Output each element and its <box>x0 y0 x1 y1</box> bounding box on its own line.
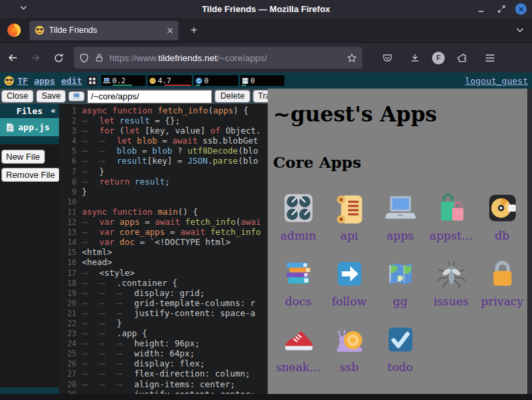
minimize-button[interactable] <box>475 3 487 15</box>
tab-whitespace-icon: ⟶ <box>82 368 99 379</box>
line-number: 22 <box>59 319 76 329</box>
path-input[interactable] <box>87 90 212 103</box>
app-item-issues[interactable]: issues <box>426 254 476 318</box>
app-item-todo[interactable]: todo <box>375 320 425 384</box>
tab-whitespace-icon: ⟶ <box>99 379 117 389</box>
shield-icon[interactable] <box>79 53 89 63</box>
app-item-docs[interactable]: docs <box>273 254 323 318</box>
url-text[interactable]: https://www.tildefriends.net/~core/apps/ <box>109 53 347 63</box>
extensions-puzzle-icon[interactable] <box>452 48 472 68</box>
code-line-9: 9} <box>59 187 268 197</box>
titlebar-chevron-icon[interactable] <box>20 5 27 10</box>
save-button[interactable]: Save <box>36 90 66 103</box>
tf-link-apps[interactable]: apps <box>34 76 55 86</box>
menu-hamburger-icon[interactable] <box>480 48 500 68</box>
remove-file-button[interactable]: Remove File <box>1 168 60 182</box>
back-button[interactable] <box>3 48 23 68</box>
code-line-1: 1async function fetch_info(apps) { <box>59 105 268 115</box>
tab-whitespace-icon: ⟶ <box>82 278 99 288</box>
floppy-icon <box>242 77 249 85</box>
tab-favicon-smiley-icon <box>35 26 44 35</box>
tab-tilde-friends[interactable]: Tilde Friends <box>30 21 178 40</box>
list-all-tabs-chevron-icon[interactable] <box>516 28 524 33</box>
app-label: apps <box>386 229 414 242</box>
browser-window: Tilde Friends — Mozilla Firefox <box>0 0 532 400</box>
apps-grid-icon[interactable] <box>87 76 97 86</box>
restore-button[interactable] <box>495 3 507 15</box>
file-item-appjs[interactable]: app.js <box>0 118 59 136</box>
url-bar[interactable]: https://www.tildefriends.net/~core/apps/ <box>74 47 362 68</box>
app-label: docs <box>285 295 311 308</box>
app-item-follow[interactable]: follow <box>324 254 374 318</box>
tf-link-edit[interactable]: edit <box>61 76 82 86</box>
files-sidebar: Files « app.js New File Remove File <box>0 104 59 394</box>
reload-button[interactable] <box>48 48 68 68</box>
line-number: 10 <box>59 197 76 207</box>
account-button[interactable]: F <box>432 52 445 64</box>
app-item-ssb[interactable]: ssb <box>324 320 374 384</box>
tab-whitespace-icon: ⟶ <box>82 298 99 308</box>
lock-icon[interactable] <box>95 53 104 62</box>
gauge-value: 4.7 <box>158 77 171 85</box>
code-line-19: 19⟶⟶⟶display: grid; <box>59 288 268 298</box>
app-label: gg <box>393 295 408 308</box>
arrow-right-icon <box>333 257 366 291</box>
tf-link-tf[interactable]: TF <box>17 76 28 86</box>
mosquito-icon <box>435 257 468 291</box>
app-item-appst[interactable]: appst… <box>426 189 476 252</box>
line-number: 27 <box>59 369 76 379</box>
tab-whitespace-icon: ⟶ <box>82 227 99 237</box>
books-icon <box>282 257 315 291</box>
forward-button[interactable] <box>25 48 46 68</box>
app-label: todo <box>387 360 413 374</box>
preview-button[interactable] <box>68 91 85 101</box>
url-prefix: https://www. <box>109 53 158 63</box>
app-item-gg[interactable]: gg <box>375 254 425 318</box>
tab-close-icon[interactable] <box>167 28 173 34</box>
app-item-db[interactable]: db <box>477 189 527 252</box>
pocket-icon[interactable] <box>377 48 397 68</box>
code-line-12: 12⟶var apps = await fetch_info(awai <box>59 217 268 227</box>
code-line-4: 4⟶⟶let blob = await ssb.blobGet <box>59 136 268 146</box>
line-number: 7 <box>59 167 76 177</box>
line-number: 15 <box>59 248 76 258</box>
app-item-admin[interactable]: admin <box>273 189 323 252</box>
app-label: privacy <box>481 295 523 308</box>
new-tab-button[interactable]: + <box>185 21 203 39</box>
lock-icon <box>486 257 519 291</box>
code-editor[interactable]: 1async function fetch_info(apps) {2⟶let … <box>59 104 268 394</box>
code-line-28: 28⟶⟶⟶align-items: center; <box>59 379 268 389</box>
line-number: 12 <box>59 217 76 228</box>
smiley-sunglasses-icon <box>4 76 14 86</box>
tab-whitespace-icon: ⟶ <box>99 146 117 156</box>
new-file-button[interactable]: New File <box>1 150 45 164</box>
firefox-logo-icon[interactable] <box>7 23 21 38</box>
bookmark-star-icon[interactable] <box>347 53 357 63</box>
app-item-sneak[interactable]: sneak… <box>273 320 323 384</box>
app-item-api[interactable]: api <box>324 189 374 252</box>
tab-whitespace-icon: ⟶ <box>82 358 99 368</box>
tab-whitespace-icon: ⟶ <box>99 298 117 308</box>
app-label: appst… <box>429 229 472 242</box>
collapse-panel-icon[interactable]: « <box>51 106 56 115</box>
editor-toolbar: Close Save Delete Trace <box>0 89 268 104</box>
tab-whitespace-icon: ⟶ <box>82 136 99 146</box>
logout-link[interactable]: logout_guest <box>465 76 528 86</box>
code-line-6: 6⟶⟶result[key] = JSON.parse(blo <box>59 156 268 166</box>
delete-button[interactable]: Delete <box>215 90 250 103</box>
gauge-rpc: 0 <box>194 75 238 86</box>
sync-icon <box>195 77 203 85</box>
app-item-privacy[interactable]: privacy <box>477 254 527 318</box>
close-window-button[interactable] <box>515 3 527 15</box>
gauge-cpu: 0.2 <box>101 75 146 86</box>
close-button[interactable]: Close <box>1 90 34 103</box>
tab-whitespace-icon: ⟶ <box>99 288 117 298</box>
code-line-20: 20⟶⟶⟶grid-template-columns: r <box>59 298 268 308</box>
window-title: Tilde Friends — Mozilla Firefox <box>0 4 532 14</box>
tab-whitespace-icon: ⟶ <box>82 177 99 187</box>
code-line-14: 14⟶var doc = `<!DOCTYPE html> <box>59 237 268 247</box>
app-item-apps[interactable]: apps <box>375 189 425 252</box>
downloads-icon[interactable] <box>405 48 425 68</box>
content-scrollbar[interactable] <box>527 89 532 394</box>
tab-whitespace-icon: ⟶ <box>99 136 117 146</box>
